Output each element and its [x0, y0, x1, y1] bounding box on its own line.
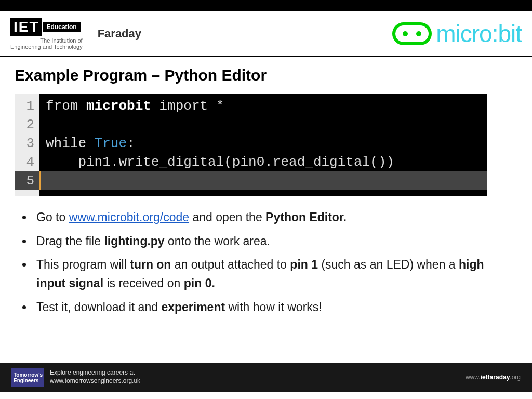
instruction-list: Go to www.microbit.org/code and open the…	[33, 208, 515, 316]
list-item: Go to www.microbit.org/code and open the…	[33, 208, 515, 227]
code-line: pin1.write_digital(pin0.read_digital())	[46, 153, 481, 171]
footer-left: Tomorrow's Engineers Explore engineering…	[11, 368, 140, 387]
microbit-pill-icon	[392, 22, 432, 45]
list-item: Test it, download it and experiment with…	[33, 298, 515, 317]
line-number: 3	[17, 134, 34, 153]
logo-divider	[90, 21, 90, 47]
list-item: Drag the file lighting.py onto the work …	[33, 232, 515, 251]
line-number: 2	[17, 115, 34, 134]
header: IET Education The Institution of Enginee…	[0, 11, 532, 57]
list-item: This program will turn on an output atta…	[33, 256, 515, 292]
content: Example Program – Python Editor 1 2 3 4 …	[0, 57, 532, 316]
line-number: 4	[17, 153, 34, 171]
tomorrows-engineers-badge: Tomorrow's Engineers	[11, 368, 44, 387]
page-title: Example Program – Python Editor	[15, 66, 517, 84]
footer-careers-text: Explore engineering careers at www.tomor…	[50, 369, 140, 385]
education-badge: Education	[43, 22, 81, 32]
code-line: from microbit import *	[46, 97, 481, 115]
code-line-current	[39, 171, 487, 190]
footer: Tomorrow's Engineers Explore engineering…	[0, 363, 532, 392]
line-number-current: 5	[15, 171, 39, 190]
code-gutter: 1 2 3 4 5	[15, 94, 39, 196]
footer-url: www.ietfaraday.org	[466, 374, 521, 381]
line-number: 1	[17, 97, 34, 115]
microbit-text: micro:bit	[436, 20, 522, 48]
code-editor: 1 2 3 4 5 from microbit import * while T…	[15, 94, 487, 196]
microbit-code-link[interactable]: www.microbit.org/code	[69, 210, 189, 224]
iet-mark-icon: IET	[10, 18, 42, 36]
faraday-label: Faraday	[98, 27, 141, 41]
code-line	[46, 115, 481, 134]
iet-subtitle: The Institution of Engineering and Techn…	[10, 37, 83, 50]
code-body: from microbit import * while True: pin1.…	[39, 94, 487, 196]
iet-logo: IET Education The Institution of Enginee…	[10, 18, 141, 50]
top-black-bar	[0, 0, 532, 11]
microbit-logo: micro:bit	[392, 20, 522, 48]
code-line: while True:	[46, 134, 481, 153]
